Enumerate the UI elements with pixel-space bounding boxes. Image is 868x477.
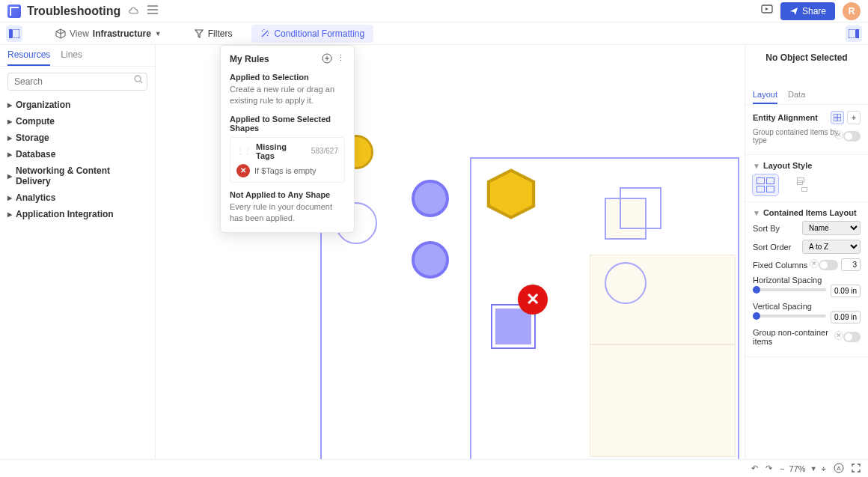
cube-icon xyxy=(55,28,66,39)
view-prefix: View xyxy=(70,28,89,39)
group-nc-toggle[interactable] xyxy=(843,332,861,342)
zoom-in-icon[interactable]: + xyxy=(822,464,826,473)
group-nc-label: Group non-container items xyxy=(753,328,839,346)
inspector-title: No Object Selected xyxy=(745,45,868,70)
rp-tab-data[interactable]: Data xyxy=(788,90,805,104)
zoom-out-icon[interactable]: − xyxy=(780,464,784,473)
applied-selection-desc: Create a new rule or drag an existing ru… xyxy=(230,84,345,107)
chevron-right-icon: ▶ xyxy=(7,195,12,201)
chevron-right-icon: ▶ xyxy=(7,173,12,180)
filters-button[interactable]: Filters xyxy=(187,26,240,41)
filters-label: Filters xyxy=(208,28,233,39)
hspacing-slider[interactable] xyxy=(753,288,826,291)
vspacing-slider[interactable] xyxy=(753,315,826,318)
chevron-right-icon: ▶ xyxy=(7,211,12,218)
sidebar-tab-resources[interactable]: Resources xyxy=(7,49,50,66)
sub-container[interactable] xyxy=(590,344,736,457)
rule-card[interactable]: ⋮⋮ Missing Tags 583/627 ✕ If $Tags is em… xyxy=(230,137,345,183)
entity-alignment-title: Entity Alignment xyxy=(753,113,818,122)
menu-icon[interactable] xyxy=(147,5,158,16)
tree-label: Compute xyxy=(16,116,55,127)
rules-panel: My Rules ⋮ Applied to Selection Create a… xyxy=(220,45,355,233)
wand-icon xyxy=(260,29,269,38)
tree-item-networking[interactable]: ▶Networking & Content Delivery xyxy=(4,162,150,189)
sort-order-select[interactable]: A to Z xyxy=(802,240,861,254)
undo-icon[interactable]: ↶ xyxy=(751,464,758,473)
left-panel-toggle-icon[interactable] xyxy=(6,25,22,42)
sort-by-label: Sort By xyxy=(753,224,780,233)
fixed-columns-toggle[interactable] xyxy=(819,260,838,270)
error-badge-icon: ✕ xyxy=(518,285,548,315)
group-by-type-toggle[interactable] xyxy=(843,131,861,142)
hspacing-label: Horizontal Spacing xyxy=(753,276,861,285)
rules-title: My Rules xyxy=(230,54,269,64)
cloud-sync-icon[interactable] xyxy=(128,5,140,16)
add-rule-icon[interactable] xyxy=(322,53,332,65)
present-icon[interactable] xyxy=(761,4,773,17)
not-applied-title: Not Applied to Any Shape xyxy=(230,190,345,199)
more-icon[interactable]: ⋮ xyxy=(337,53,345,65)
hspacing-input[interactable] xyxy=(831,285,861,297)
sort-by-select[interactable]: Name xyxy=(802,221,861,235)
shape-circle-outline[interactable] xyxy=(605,262,647,304)
svg-marker-6 xyxy=(489,171,534,218)
align-grid-icon[interactable] xyxy=(831,111,844,124)
rule-condition: If $Tags is empty xyxy=(254,166,317,175)
tree-item-compute[interactable]: ▶Compute xyxy=(4,113,150,130)
sort-order-label: Sort Order xyxy=(753,243,791,252)
conditional-formatting-button[interactable]: Conditional Formatting xyxy=(251,25,373,43)
shape-square-outline[interactable] xyxy=(620,187,661,229)
layout-option-grid[interactable] xyxy=(753,174,778,195)
tree-item-database[interactable]: ▶Database xyxy=(4,146,150,162)
tree-item-storage[interactable]: ▶Storage xyxy=(4,130,150,146)
tree-label: Analytics xyxy=(16,192,55,203)
zoom-level[interactable]: 77% xyxy=(789,464,806,473)
tree-item-analytics[interactable]: ▶Analytics xyxy=(4,189,150,206)
search-icon[interactable] xyxy=(134,75,143,86)
entity-alignment-desc: Group contained items by type xyxy=(753,128,843,145)
not-applied-desc: Every rule in your document has been app… xyxy=(230,201,345,225)
shape-circle-purple[interactable] xyxy=(412,180,449,217)
layout-option-tree[interactable] xyxy=(793,174,819,195)
tree-label: Networking & Content Delivery xyxy=(16,165,147,186)
share-button[interactable]: Share xyxy=(780,2,835,20)
document-title: Troubleshooting xyxy=(27,4,120,18)
applied-selection-title: Applied to Selection xyxy=(230,73,345,82)
chevron-right-icon: ▶ xyxy=(7,118,12,125)
search-input[interactable] xyxy=(7,73,147,91)
view-selector[interactable]: View Infrastructure ▼ xyxy=(49,26,168,41)
collapse-icon[interactable]: ▼ xyxy=(753,209,760,217)
tree-item-app-integration[interactable]: ▶Application Integration xyxy=(4,206,150,222)
drag-handle-icon[interactable]: ⋮⋮ xyxy=(236,147,251,155)
chevron-right-icon: ▶ xyxy=(7,135,12,142)
shape-circle-purple[interactable] xyxy=(412,241,449,279)
applied-some-title: Applied to Some Selected Shapes xyxy=(230,115,345,133)
layout-style-title: Layout Style xyxy=(763,161,861,170)
accessibility-icon[interactable]: A xyxy=(834,463,844,475)
vspacing-input[interactable] xyxy=(831,311,861,323)
tree-label: Application Integration xyxy=(16,209,114,219)
fixed-columns-input[interactable] xyxy=(841,258,861,271)
chevron-right-icon: ▶ xyxy=(7,151,12,158)
tree-label: Organization xyxy=(16,100,70,110)
fixed-columns-label: Fixed Columns xyxy=(753,261,807,270)
rp-tab-layout[interactable]: Layout xyxy=(753,90,777,104)
shape-hexagon-yellow[interactable] xyxy=(485,168,537,220)
vspacing-label: Vertical Spacing xyxy=(753,302,861,311)
tree-item-organization[interactable]: ▶Organization xyxy=(4,97,150,113)
shape-square-purple[interactable] xyxy=(495,309,531,344)
chevron-down-icon: ▼ xyxy=(155,30,162,37)
fullscreen-icon[interactable] xyxy=(852,464,861,474)
right-panel-toggle-icon[interactable] xyxy=(846,25,862,42)
align-add-icon[interactable]: + xyxy=(847,111,861,124)
svg-rect-2 xyxy=(9,29,13,38)
svg-point-5 xyxy=(135,76,141,82)
view-name: Infrastructure xyxy=(93,28,151,39)
sidebar-tab-lines[interactable]: Lines xyxy=(61,49,82,66)
redo-icon[interactable]: ↷ xyxy=(765,464,772,473)
collapse-icon[interactable]: ▼ xyxy=(753,162,760,170)
user-avatar[interactable]: R xyxy=(843,2,861,20)
chevron-down-icon[interactable]: ▼ xyxy=(810,465,817,473)
rule-name: Missing Tags xyxy=(256,142,304,160)
error-effect-icon: ✕ xyxy=(236,164,250,177)
